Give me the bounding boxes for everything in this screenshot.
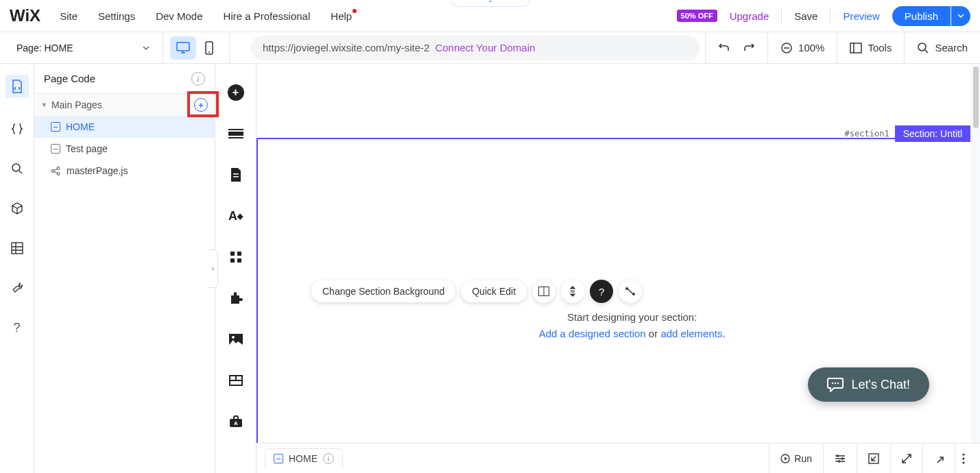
collapse-panel-handle[interactable]: ‹ [208,250,218,288]
stretch-button[interactable] [561,280,584,303]
svg-rect-36 [841,457,844,459]
package-icon [10,202,24,215]
wix-logo: WiX [10,6,40,25]
svg-rect-14 [233,173,239,175]
nav-packages[interactable] [8,199,26,217]
save-button[interactable]: Save [794,10,817,22]
connect-domain-link[interactable]: Connect Your Domain [435,42,535,53]
add-business-button[interactable]: A [228,413,244,430]
info-icon[interactable]: i [323,453,334,464]
search-button[interactable]: Search [904,32,980,63]
svg-point-5 [918,43,926,51]
add-apps-button[interactable] [228,249,244,265]
layout-icon [850,43,862,53]
menu-devmode[interactable]: Dev Mode [156,10,202,22]
publish-button[interactable]: Publish [892,6,951,26]
page-selector-label: Page: HOME [16,43,73,53]
canvas-scrollbar[interactable] [972,64,980,473]
stretch-icon [568,286,577,297]
add-section-button[interactable] [228,125,244,142]
more-menu-button[interactable] [955,444,972,474]
svg-rect-11 [228,132,243,136]
file-icon [230,168,242,182]
layout-blocks-icon [229,375,243,386]
svg-point-39 [962,453,964,455]
notification-dot-icon [352,9,357,13]
svg-rect-7 [12,243,23,254]
divider [781,8,782,23]
image-icon [229,334,243,345]
nav-tools[interactable] [8,279,26,297]
svg-rect-16 [230,252,235,256]
discount-badge: 50% OFF [677,10,717,22]
page-item-test[interactable]: Test page [34,138,215,160]
chevron-down-icon [957,12,964,19]
zoom-out-icon [780,42,793,54]
change-background-button[interactable]: Change Section Background [311,280,455,302]
add-plugin-button[interactable] [228,290,244,306]
tools-button[interactable]: Tools [837,32,904,63]
redo-button[interactable] [743,32,767,63]
undo-button[interactable] [705,32,743,63]
run-button[interactable]: Run [769,444,823,474]
menu-hire[interactable]: Hire a Professional [224,10,311,22]
menu-settings[interactable]: Settings [98,10,135,22]
upgrade-link[interactable]: Upgrade [730,10,769,22]
add-layout-button[interactable] [228,372,244,389]
add-page-button[interactable]: + [194,98,208,112]
svg-point-8 [51,169,54,172]
nav-page-code[interactable] [5,75,29,98]
minimize-button[interactable] [857,444,890,474]
mobile-view-button[interactable] [196,36,222,60]
add-media-button[interactable] [228,331,244,348]
expand-icon [902,454,911,463]
puzzle-icon [229,291,243,305]
menu-help[interactable]: Help [331,10,352,22]
code-tab-home[interactable]: HOME i [265,448,343,468]
more-vertical-icon [962,453,965,464]
collapse-caret-icon[interactable]: ▼ [41,101,47,108]
svg-rect-13 [228,137,243,138]
add-page-button-rail[interactable] [228,167,244,183]
nav-braces[interactable] [8,120,26,138]
apps-grid-icon [230,251,242,263]
desktop-view-button[interactable] [170,36,196,60]
animation-button[interactable] [619,280,642,303]
expand-button[interactable] [890,444,922,474]
zoom-control[interactable]: 100% [767,32,837,63]
add-designed-section-link[interactable]: Add a designed section [539,328,646,339]
add-element-button[interactable]: + [228,84,244,101]
quick-edit-button[interactable]: Quick Edit [461,280,527,302]
collapse-icon [868,453,879,464]
page-selector[interactable]: Page: HOME [0,32,163,63]
preview-button[interactable]: Preview [843,10,879,22]
top-expand-handle[interactable]: ⌃ [451,0,529,7]
svg-rect-25 [230,381,241,385]
svg-point-10 [57,172,60,175]
page-icon [51,144,60,154]
page-icon [274,454,283,463]
svg-rect-35 [837,454,839,457]
popout-button[interactable] [922,444,955,474]
help-section-button[interactable]: ? [590,280,613,303]
nav-databases[interactable] [8,239,26,257]
grid-icon [11,242,23,254]
nav-search[interactable] [8,160,26,178]
add-elements-link[interactable]: add elements [660,328,722,339]
page-item-master[interactable]: masterPage.js [34,160,215,182]
svg-point-41 [962,461,964,463]
page-item-home[interactable]: HOME [34,116,215,138]
zoom-value: 100% [798,42,824,53]
chat-button[interactable]: Let's Chat! [808,367,929,402]
publish-dropdown[interactable] [951,6,970,26]
mobile-icon [205,41,213,55]
info-icon[interactable]: i [191,72,205,86]
play-icon [780,454,790,463]
nav-help[interactable]: ? [8,319,26,337]
layout-toggle-button[interactable] [532,280,555,303]
svg-rect-17 [237,252,241,256]
menu-site[interactable]: Site [60,10,77,22]
add-text-button[interactable]: A◆ [228,208,244,224]
format-code-button[interactable] [823,444,857,474]
sliders-icon [835,454,846,463]
